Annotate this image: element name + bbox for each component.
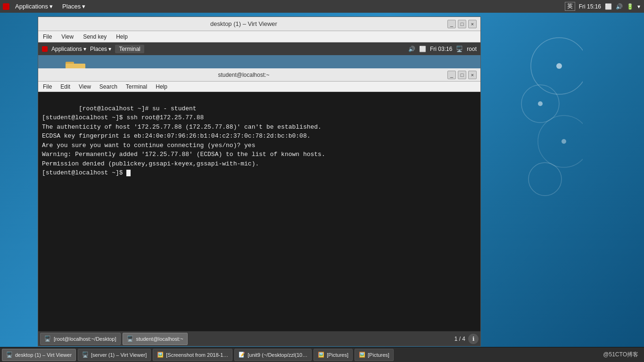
terminal-cursor — [126, 170, 131, 176]
minimize-button[interactable]: _ — [447, 20, 456, 28]
host-taskbar: 🖥️ desktop (1) – Virt Viewer 🖥️ [server … — [0, 347, 644, 362]
vm-taskbar-icon-student: 🖥️ — [127, 336, 133, 342]
vm-applications-menu[interactable]: Applications ▾ — [51, 46, 86, 52]
vm-topbar: Applications ▾ Places ▾ Terminal 🔊 ⬜ Fri… — [38, 42, 480, 55]
vm-taskbar-label-student: student@localhost:~ — [136, 336, 183, 342]
vm-taskbar-label-root: [root@localhost:~/Desktop] — [54, 336, 116, 342]
vm-user: 🖥️ — [456, 46, 463, 52]
terminal-menu-view[interactable]: View — [77, 83, 93, 90]
settings-icon[interactable]: ▾ — [637, 3, 640, 10]
host-topbar-left: Applications ▾ Places ▾ — [0, 2, 89, 11]
menu-sendkey[interactable]: Send key — [81, 33, 108, 41]
host-taskbar-item-screenshot[interactable]: 🖼️ [Screenshot from 2018-1… — [153, 349, 232, 361]
vm-taskbar-item-root[interactable]: 🖥️ [root@localhost:~/Desktop] — [40, 333, 121, 345]
host-taskbar-item-server[interactable]: 🖥️ [server (1) – Virt Viewer] — [78, 349, 151, 361]
virt-viewer-menubar: File View Send key Help — [38, 31, 480, 42]
places-menu[interactable]: Places ▾ — [58, 2, 89, 11]
vm-taskbar: 🖥️ [root@localhost:~/Desktop] 🖥️ student… — [38, 331, 480, 346]
applications-arrow: ▾ — [50, 3, 53, 10]
virt-viewer-title: desktop (1) – Virt Viewer — [42, 20, 446, 27]
terminal-minimize[interactable]: _ — [447, 71, 456, 79]
host-topbar: Applications ▾ Places ▾ 英 Fri 15:16 ⬜ 🔊 … — [0, 0, 644, 13]
host-time: Fri 15:16 — [579, 3, 601, 10]
host-taskbar-label-desktop: desktop (1) – Virt Viewer — [15, 352, 72, 358]
fedora-icon — [3, 3, 9, 10]
terminal-menu-search[interactable]: Search — [98, 83, 119, 90]
vm-content: student@localhost:~ _ □ × File Edit View… — [38, 55, 480, 331]
places-arrow: ▾ — [82, 3, 85, 10]
vm-taskbar-icon-root: 🖥️ — [44, 336, 51, 342]
host-taskbar-label-screenshot: [Screenshot from 2018-1… — [166, 352, 228, 358]
places-label: Places — [62, 3, 81, 10]
applications-menu[interactable]: Applications ▾ — [11, 2, 57, 11]
close-button[interactable]: × — [468, 20, 477, 28]
host-taskbar-icon-desktop: 🖥️ — [6, 352, 13, 358]
host-taskbar-icon-pictures1: 🖼️ — [318, 352, 324, 358]
host-taskbar-item-desktop[interactable]: 🖥️ desktop (1) – Virt Viewer — [2, 349, 76, 361]
vm-time: Fri 03:16 — [430, 46, 452, 52]
terminal-close[interactable]: × — [468, 71, 477, 79]
host-taskbar-label-server: [server (1) – Virt Viewer] — [91, 352, 147, 358]
vm-screen-icon[interactable]: ⬜ — [419, 46, 426, 52]
terminal-maximize[interactable]: □ — [458, 71, 466, 79]
vm-fedora-icon — [42, 46, 48, 52]
screen-icon[interactable]: ⬜ — [605, 3, 612, 10]
vm-places-menu[interactable]: Places ▾ — [90, 46, 111, 52]
terminal-menu-file[interactable]: File — [41, 83, 54, 90]
host-taskbar-item-pictures2[interactable]: 🖼️ [Pictures] — [355, 349, 394, 361]
vm-places-label: Places — [90, 46, 107, 52]
host-taskbar-icon-pictures2: 🖼️ — [359, 352, 365, 358]
vm-pagination: 1 / 4 — [454, 336, 465, 342]
applications-label: Applications — [15, 3, 48, 10]
host-taskbar-right: @51CTO搏客 — [603, 351, 642, 359]
maximize-button[interactable]: □ — [458, 20, 466, 28]
terminal-window: student@localhost:~ _ □ × File Edit View… — [38, 68, 480, 331]
menu-file[interactable]: File — [41, 33, 54, 41]
terminal-line-1: [root@localhost ~]# su - student [studen… — [42, 105, 325, 177]
terminal-menu-help[interactable]: Help — [154, 83, 169, 90]
host-taskbar-item-unit9[interactable]: 📝 [unit9 (~/Desktop/zzl(10… — [234, 349, 312, 361]
host-topbar-right: 英 Fri 15:16 ⬜ 🔊 🔋 ▾ — [565, 2, 644, 11]
host-taskbar-icon-screenshot: 🖼️ — [157, 352, 164, 358]
virt-viewer-titlebar: desktop (1) – Virt Viewer _ □ × — [38, 17, 480, 31]
menu-help[interactable]: Help — [114, 33, 130, 41]
vm-username: root — [467, 46, 477, 52]
lang-indicator[interactable]: 英 — [565, 2, 575, 11]
terminal-titlebar: student@localhost:~ _ □ × — [38, 68, 480, 82]
terminal-menu-terminal[interactable]: Terminal — [124, 83, 149, 90]
host-taskbar-icon-unit9: 📝 — [239, 352, 245, 358]
vm-volume-icon[interactable]: 🔊 — [408, 46, 415, 52]
vm-taskbar-item-student[interactable]: 🖥️ student@localhost:~ — [123, 333, 188, 345]
vm-pager-icon[interactable]: ℹ — [468, 334, 479, 344]
battery-icon[interactable]: 🔋 — [627, 3, 634, 10]
vm-applications-label: Applications — [51, 46, 82, 52]
terminal-menubar: File Edit View Search Terminal Help — [38, 82, 480, 92]
volume-icon[interactable]: 🔊 — [616, 3, 623, 10]
host-taskbar-item-pictures1[interactable]: 🖼️ [Pictures] — [314, 349, 353, 361]
terminal-body[interactable]: [root@localhost ~]# su - student [studen… — [38, 92, 480, 331]
vm-screen: Applications ▾ Places ▾ Terminal 🔊 ⬜ Fri… — [38, 42, 480, 346]
watermark: @51CTO搏客 — [603, 351, 638, 358]
host-taskbar-label-pictures2: [Pictures] — [368, 352, 389, 358]
host-taskbar-label-unit9: [unit9 (~/Desktop/zzl(10… — [248, 352, 307, 358]
terminal-menu-edit[interactable]: Edit — [58, 83, 72, 90]
menu-view[interactable]: View — [59, 33, 75, 41]
terminal-title: student@localhost:~ — [42, 72, 446, 78]
vm-terminal-label[interactable]: Terminal — [115, 45, 144, 53]
host-taskbar-icon-server: 🖥️ — [82, 352, 89, 358]
host-taskbar-label-pictures1: [Pictures] — [327, 352, 348, 358]
virt-viewer-window: desktop (1) – Virt Viewer _ □ × File Vie… — [38, 16, 481, 346]
vm-topbar-right: 🔊 ⬜ Fri 03:16 🖥️ root — [408, 46, 477, 52]
vm-taskbar-right: 1 / 4 ℹ — [454, 334, 479, 344]
